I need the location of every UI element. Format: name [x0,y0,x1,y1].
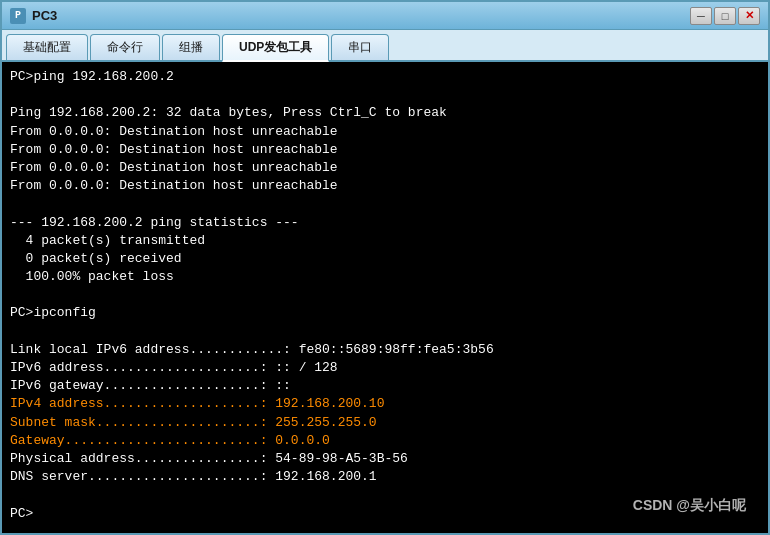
window-title: PC3 [32,8,690,23]
tab-serial[interactable]: 串口 [331,34,389,60]
tab-basic-config[interactable]: 基础配置 [6,34,88,60]
close-button[interactable]: ✕ [738,7,760,25]
terminal-output: PC>ping 192.168.200.2 Ping 192.168.200.2… [10,68,760,523]
tab-command-line[interactable]: 命令行 [90,34,160,60]
maximize-button[interactable]: □ [714,7,736,25]
title-bar: P PC3 ─ □ ✕ [2,2,768,30]
window: P PC3 ─ □ ✕ 基础配置 命令行 组播 UDP发包工具 串口 PC>pi… [0,0,770,535]
title-buttons: ─ □ ✕ [690,7,760,25]
tab-udp-tool[interactable]: UDP发包工具 [222,34,329,62]
window-icon: P [10,8,26,24]
terminal-area[interactable]: PC>ping 192.168.200.2 Ping 192.168.200.2… [2,62,768,533]
minimize-button[interactable]: ─ [690,7,712,25]
tab-multicast[interactable]: 组播 [162,34,220,60]
tab-bar: 基础配置 命令行 组播 UDP发包工具 串口 [2,30,768,62]
